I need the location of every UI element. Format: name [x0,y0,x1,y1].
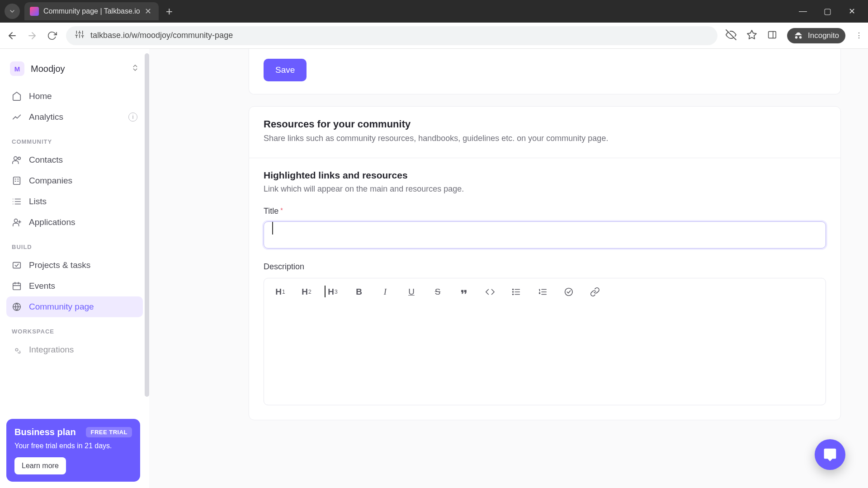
sidebar-item-contacts[interactable]: Contacts [6,150,143,170]
section-label-workspace: WORKSPACE [6,317,143,339]
sidebar-item-label: Home [29,91,52,101]
home-icon [12,91,22,101]
workspace-switcher[interactable]: M Moodjoy [6,57,143,86]
svg-point-44 [513,294,514,295]
sidebar-item-integrations[interactable]: Integrations [6,339,143,360]
sidebar-item-label: Contacts [29,155,63,165]
browser-tab[interactable]: Community page | Talkbase.io ✕ [24,2,159,20]
sidebar-item-projects[interactable]: Projects & tasks [6,255,143,276]
workspace-avatar: M [10,61,24,76]
required-indicator: * [280,206,283,214]
title-field-label: Title* [264,206,826,216]
eye-off-icon[interactable] [726,29,736,42]
sidebar-item-label: Projects & tasks [29,260,90,270]
site-settings-icon[interactable] [75,30,84,41]
promo-learn-more-button[interactable]: Learn more [14,457,66,474]
new-tab-button[interactable]: + [163,5,175,19]
nav-forward-button[interactable] [26,30,38,42]
toolbar-h1-button[interactable]: H1 [274,286,287,298]
side-panel-icon[interactable] [767,30,777,42]
toolbar-h3-button[interactable]: H3 [326,286,339,298]
toolbar-bold-button[interactable]: B [353,286,365,298]
companies-icon [12,176,22,186]
incognito-label: Incognito [808,31,839,40]
title-input[interactable] [264,221,826,249]
promo-title: Business plan [14,427,76,437]
sidebar-item-community-page[interactable]: Community page [6,296,143,317]
lists-icon [12,197,22,206]
toolbar-h2-button[interactable]: H2 [300,286,313,298]
save-button[interactable]: Save [264,59,307,81]
sidebar-item-label: Events [29,281,55,291]
applications-icon [12,217,22,227]
toolbar-ordered-list-button[interactable] [536,286,549,298]
toolbar-quote-button[interactable] [458,286,470,298]
tab-title: Community page | Talkbase.io [43,7,140,15]
nav-back-button[interactable] [6,30,18,42]
sidebar-item-lists[interactable]: Lists [6,191,143,212]
svg-rect-17 [14,177,20,185]
toolbar-checklist-button[interactable] [562,286,575,298]
highlighted-title: Highlighted links and resources [264,170,826,181]
description-field-label: Description [264,262,826,272]
resources-subtitle: Share links such as community resources,… [264,134,826,143]
sidebar-item-events[interactable]: Events [6,276,143,296]
bookmark-star-icon[interactable] [746,29,757,42]
svg-rect-31 [13,263,21,268]
promo-badge: FREE TRIAL [86,427,132,437]
promo-subtitle: Your free trial ends in 21 days. [14,442,132,450]
browser-menu-icon[interactable]: ⋮ [855,31,862,40]
svg-point-43 [513,291,514,292]
sidebar-item-home[interactable]: Home [6,86,143,107]
workspace-name: Moodjoy [31,64,65,74]
window-minimize-icon[interactable]: — [798,6,807,16]
contacts-icon [12,155,22,165]
info-icon[interactable]: i [128,113,137,122]
sidebar-item-label: Applications [29,217,75,227]
toolbar-code-button[interactable] [484,286,496,298]
sidebar-item-label: Community page [29,302,94,312]
sidebar-item-label: Analytics [29,112,63,122]
window-close-icon[interactable]: ✕ [847,6,856,16]
resources-title: Resources for your community [264,118,826,130]
favicon-icon [30,7,39,16]
svg-point-15 [14,157,17,160]
sidebar-item-label: Lists [29,197,47,206]
promo-card: Business plan FREE TRIAL Your free trial… [6,419,140,482]
toolbar-italic-button[interactable]: I [379,286,392,298]
sidebar-item-companies[interactable]: Companies [6,170,143,191]
tab-close-icon[interactable]: ✕ [145,6,151,16]
toolbar-link-button[interactable] [589,286,601,298]
sidebar-item-analytics[interactable]: Analytics i [6,107,143,127]
chevron-updown-icon [131,64,139,74]
incognito-badge[interactable]: Incognito [787,28,845,43]
projects-icon [12,260,22,270]
svg-marker-12 [747,30,756,39]
description-textarea[interactable] [264,305,826,405]
toolbar-strike-button[interactable]: S [431,286,444,298]
svg-point-42 [513,289,514,290]
description-editor[interactable]: H1 H2 H3 B I U S [264,278,826,405]
svg-point-38 [15,348,18,351]
sidebar-scrollbar[interactable] [145,53,149,397]
svg-point-28 [14,219,18,222]
chat-fab-button[interactable] [815,439,845,470]
analytics-icon [12,112,22,122]
svg-rect-32 [13,283,21,290]
globe-icon [12,302,22,312]
address-bar[interactable]: talkbase.io/w/moodjoy/community-page [66,26,717,45]
section-label-build: BUILD [6,233,143,255]
toolbar-bullet-list-button[interactable] [510,286,523,298]
highlighted-subtitle: Link which will appear on the main and r… [264,184,826,194]
svg-point-48 [565,288,573,296]
window-maximize-icon[interactable]: ▢ [823,6,832,16]
section-label-community: COMMUNITY [6,127,143,150]
integrations-icon [12,345,22,355]
nav-reload-button[interactable] [46,30,58,42]
svg-rect-13 [769,31,776,38]
toolbar-underline-button[interactable]: U [405,286,418,298]
svg-point-16 [18,157,21,160]
tab-search-button[interactable] [5,4,20,19]
sidebar-item-label: Integrations [29,345,74,355]
sidebar-item-applications[interactable]: Applications [6,212,143,233]
